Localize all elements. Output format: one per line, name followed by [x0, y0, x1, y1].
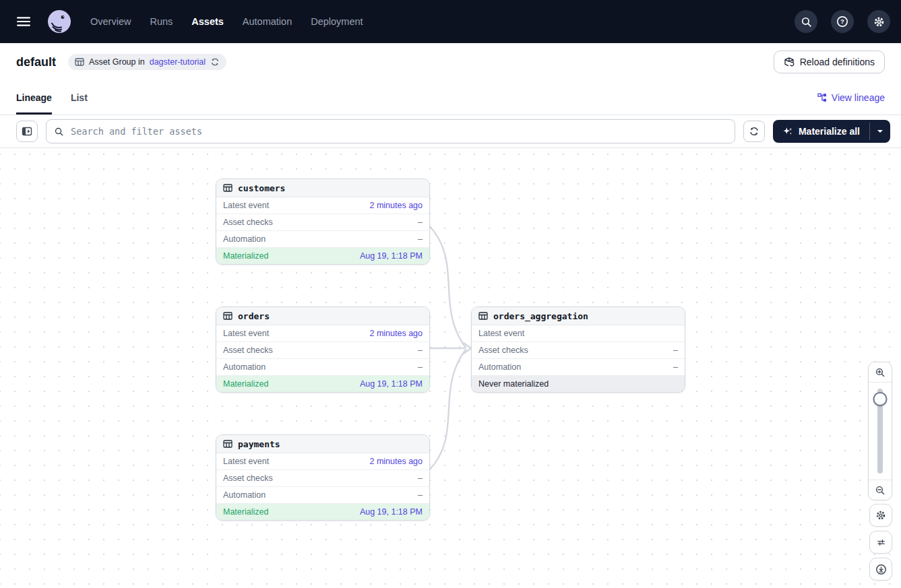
node-row-automation: Automation– — [216, 487, 429, 504]
asset-name: orders_aggregation — [493, 311, 588, 321]
node-status-row: MaterializedAug 19, 1:18 PM — [216, 504, 429, 520]
view-lineage-link[interactable]: View lineage — [817, 81, 885, 115]
nav-item-deployment[interactable]: Deployment — [311, 16, 363, 27]
zoom-out-icon — [875, 485, 886, 496]
lineage-canvas[interactable]: customersLatest event2 minutes agoAsset … — [0, 148, 901, 588]
tabs-row: Lineage List View lineage — [0, 81, 901, 115]
tab-lineage[interactable]: Lineage — [16, 81, 52, 115]
node-row-automation: Automation– — [472, 359, 685, 376]
nav-item-overview[interactable]: Overview — [90, 16, 131, 27]
primary-nav: Overview Runs Assets Automation Deployme… — [90, 16, 363, 27]
nav-item-assets[interactable]: Assets — [191, 16, 224, 27]
node-status-row: Never materialized — [472, 376, 685, 392]
asset-name: orders — [238, 311, 270, 321]
node-row-asset-checks: Asset checks– — [216, 214, 429, 231]
search-icon — [54, 127, 64, 137]
sparkle-icon — [782, 126, 793, 137]
asset-node-orders[interactable]: ordersLatest event2 minutes agoAsset che… — [216, 306, 430, 393]
global-search-button[interactable] — [795, 10, 817, 33]
arrow-down-circle-icon — [875, 564, 887, 575]
asset-node-header: payments — [216, 435, 429, 453]
tab-list[interactable]: List — [71, 81, 88, 115]
node-row-asset-checks: Asset checks– — [216, 342, 429, 359]
zoom-slider-handle[interactable] — [873, 392, 888, 406]
graph-filters-button[interactable] — [869, 531, 892, 554]
asset-name: customers — [238, 183, 285, 193]
code-location-link[interactable]: dagster-tutorial — [150, 57, 206, 67]
zoom-control-group — [868, 362, 892, 500]
asset-group-badge: Asset Group in dagster-tutorial — [68, 54, 226, 70]
graph-settings-button[interactable] — [869, 504, 892, 527]
node-row-asset-checks: Asset checks– — [472, 342, 685, 359]
open-sidebar-toggle-button[interactable] — [16, 121, 38, 142]
asset-group-icon — [75, 57, 84, 67]
node-row-latest-event: Latest event2 minutes ago — [216, 453, 429, 470]
page-title: default — [16, 55, 56, 69]
table-asset-icon — [478, 311, 488, 321]
zoom-slider — [869, 383, 892, 480]
asset-group-text: Asset Group in — [89, 57, 145, 67]
tab-lineage-label: Lineage — [16, 92, 52, 103]
refresh-status-icon[interactable] — [210, 57, 220, 67]
asset-node-header: customers — [216, 179, 429, 197]
panel-expand-icon — [22, 126, 32, 137]
lineage-graph-icon — [817, 93, 827, 102]
asset-node-payments[interactable]: paymentsLatest event2 minutes agoAsset c… — [216, 434, 430, 521]
materialize-all-label: Materialize all — [799, 126, 860, 137]
zoom-in-button[interactable] — [869, 362, 892, 383]
asset-node-header: orders_aggregation — [472, 307, 685, 325]
node-row-latest-event: Latest event2 minutes ago — [216, 325, 429, 342]
node-row-latest-event: Latest event — [472, 325, 685, 342]
page-header: default Asset Group in dagster-tutorial … — [0, 43, 901, 81]
asset-node-orders_aggregation[interactable]: orders_aggregationLatest eventAsset chec… — [471, 306, 685, 393]
node-status-row: MaterializedAug 19, 1:18 PM — [216, 376, 429, 392]
svg-text:?: ? — [840, 18, 844, 25]
materialize-all-button[interactable]: Materialize all — [773, 120, 869, 143]
nav-item-runs[interactable]: Runs — [150, 16, 173, 27]
chevron-down-icon — [877, 129, 883, 133]
node-row-automation: Automation– — [216, 231, 429, 248]
settings-gear-button[interactable] — [867, 10, 890, 33]
hamburger-menu-icon[interactable] — [12, 10, 35, 33]
table-asset-icon — [223, 311, 232, 321]
reload-definitions-label: Reload definitions — [800, 57, 875, 67]
asset-node-header: orders — [216, 307, 429, 325]
view-lineage-label: View lineage — [832, 92, 885, 103]
tune-sliders-icon — [876, 537, 886, 548]
nav-item-automation[interactable]: Automation — [243, 16, 292, 27]
reload-definitions-button[interactable]: Reload definitions — [774, 51, 885, 73]
asset-search-box — [46, 119, 735, 143]
node-status-row: MaterializedAug 19, 1:18 PM — [216, 248, 429, 264]
tab-list-label: List — [71, 92, 88, 103]
search-input[interactable] — [69, 125, 727, 137]
materialize-options-caret[interactable] — [870, 120, 890, 143]
top-nav-bar: Overview Runs Assets Automation Deployme… — [0, 0, 901, 43]
dagster-logo-icon[interactable] — [47, 9, 71, 34]
gear-icon — [875, 510, 886, 521]
recenter-download-button[interactable] — [869, 558, 892, 581]
asset-node-customers[interactable]: customersLatest event2 minutes agoAsset … — [216, 178, 430, 265]
node-row-latest-event: Latest event2 minutes ago — [216, 197, 429, 214]
refresh-graph-button[interactable] — [743, 121, 765, 142]
code-location-reload-icon — [784, 57, 795, 67]
node-row-automation: Automation– — [216, 359, 429, 376]
table-asset-icon — [223, 183, 232, 193]
node-row-asset-checks: Asset checks– — [216, 470, 429, 487]
lineage-toolbar: Materialize all — [0, 115, 901, 148]
help-button[interactable]: ? — [831, 10, 854, 33]
zoom-in-icon — [875, 367, 886, 378]
materialize-all-split-button: Materialize all — [773, 120, 890, 143]
zoom-out-button[interactable] — [869, 480, 892, 500]
table-asset-icon — [223, 439, 232, 449]
refresh-icon — [749, 126, 759, 137]
lineage-edges — [0, 148, 901, 588]
asset-name: payments — [238, 439, 280, 449]
